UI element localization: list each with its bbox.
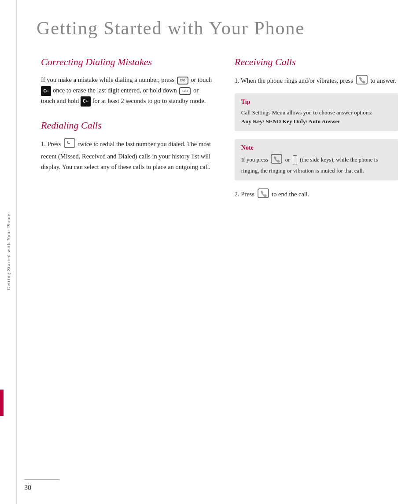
tip-box: Tip Call Settings Menu allows you to cho… <box>235 93 398 131</box>
page-bottom-line <box>24 479 59 480</box>
tip-text: Call Settings Menu allows you to choose … <box>241 108 391 126</box>
receiving-item2: 2. Press to end the call. <box>235 188 398 202</box>
note-text: If you press or (the side keys), while t… <box>241 154 391 175</box>
side-key-icon <box>293 155 297 165</box>
redialing-body: 1. Press twice to redial the last number… <box>41 138 213 173</box>
redialing-section: Redialing Calls 1. Press twice to redial… <box>41 120 213 173</box>
phone-answer-icon <box>356 75 368 88</box>
svg-rect-0 <box>64 139 75 147</box>
note-label: Note <box>241 144 391 151</box>
left-column: Correcting Dialing Mistakes If you make … <box>41 56 213 207</box>
section-heading-receiving: Receiving Calls <box>235 56 398 68</box>
phone-note-icon1 <box>271 154 282 166</box>
correcting-paragraph: If you make a mistake while dialing a nu… <box>41 75 213 107</box>
phone-redial-icon <box>64 138 75 151</box>
sidebar-accent <box>0 390 4 416</box>
section-heading-correcting: Correcting Dialing Mistakes <box>41 56 213 68</box>
c-button-icon: C← <box>41 86 51 96</box>
page-number: 30 <box>24 484 31 492</box>
receiving-body: 1. When the phone rings and/or vibrates,… <box>235 75 398 88</box>
columns-container: Correcting Dialing Mistakes If you make … <box>41 56 398 207</box>
receiving-paragraph2: 2. Press to end the call. <box>235 188 398 202</box>
phone-end-icon <box>258 188 269 202</box>
tip-label: Tip <box>241 99 391 106</box>
svg-rect-3 <box>258 189 269 198</box>
tip-bold-text: Any Key/ SEND Key Only/ Auto Answer <box>241 118 340 125</box>
clear-button-icon: c/o <box>177 77 188 85</box>
receiving-paragraph1: 1. When the phone rings and/or vibrates,… <box>235 75 398 88</box>
sidebar-tab: Getting Started with Your Phone <box>0 0 17 504</box>
correcting-body: If you make a mistake while dialing a nu… <box>41 75 213 107</box>
note-box: Note If you press or (the side keys), wh… <box>235 139 398 180</box>
page-title: Getting Started with Your Phone <box>37 18 398 39</box>
main-content: Getting Started with Your Phone Correcti… <box>17 0 420 504</box>
right-column: Receiving Calls 1. When the phone rings … <box>235 56 398 207</box>
section-heading-redialing: Redialing Calls <box>41 120 213 131</box>
c-button-icon2: C← <box>81 96 91 106</box>
svg-rect-1 <box>357 75 367 84</box>
sidebar-label: Getting Started with Your Phone <box>6 213 11 290</box>
clear-button-icon2: c/o <box>179 87 191 95</box>
redialing-paragraph: 1. Press twice to redial the last number… <box>41 138 213 173</box>
svg-rect-2 <box>271 155 282 163</box>
